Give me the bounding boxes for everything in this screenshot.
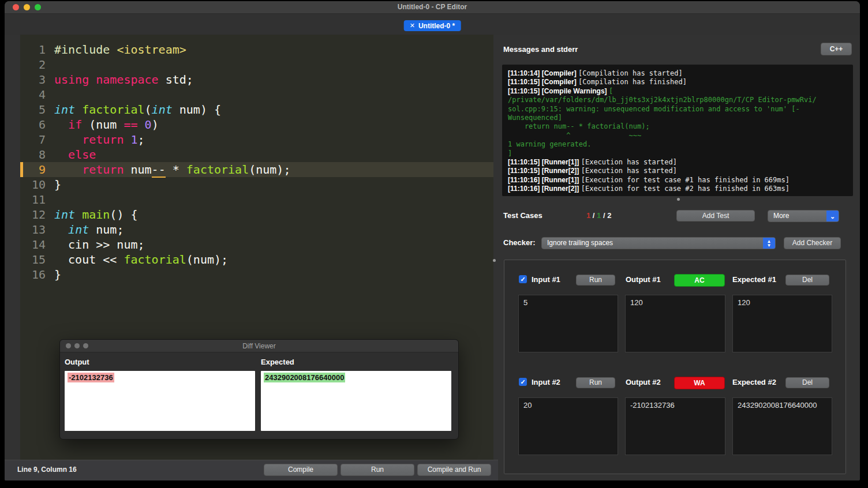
code-token (54, 148, 68, 162)
run-testcase-button[interactable]: Run (576, 275, 615, 286)
code-token: 0 (145, 118, 152, 132)
warning-text: [ (609, 87, 613, 95)
log-message: [Compilation has started] (578, 69, 683, 77)
verdict-badge[interactable]: AC (674, 274, 725, 287)
code-token: return (82, 133, 124, 147)
code-line[interactable]: 10} (20, 177, 493, 192)
code-line[interactable]: 13 int num; (20, 222, 493, 237)
add-test-button[interactable]: Add Test (676, 210, 755, 222)
code-line[interactable]: 3using namespace std; (20, 72, 493, 87)
warning-text: 1 warning generated. (508, 140, 592, 148)
tab-untitled-0[interactable]: ✕ Untitled-0 * (404, 20, 461, 31)
log-prefix: [11:10:16] [Runner[2]] (508, 185, 581, 193)
log-message: [Execution for test case #2 has finished… (581, 185, 790, 193)
code-line[interactable]: 12int main() { (20, 207, 493, 222)
line-number: 8 (20, 147, 46, 162)
delete-testcase-button[interactable]: Del (785, 377, 829, 388)
code-token: int (152, 103, 173, 117)
console-line: Wunsequenced] (508, 114, 847, 122)
language-button[interactable]: C++ (821, 43, 852, 55)
add-checker-button[interactable]: Add Checker (784, 237, 841, 249)
log-prefix: [11:10:14] [Compiler] (508, 69, 578, 77)
testcase-1: ✓Input #1RunOutput #1ACExpected #1Del512… (504, 274, 845, 372)
diff-window-title: Diff Viewer (60, 342, 458, 350)
compile-and-run-button[interactable]: Compile and Run (417, 464, 491, 476)
code-token (54, 163, 82, 177)
tab-bar: ✕ Untitled-0 * (5, 14, 860, 35)
line-number: 5 (20, 102, 46, 117)
delete-testcase-button[interactable]: Del (785, 275, 829, 286)
code-text: cin >> num; (46, 237, 145, 252)
title-bar: Untitled-0 - CP Editor (5, 1, 860, 14)
line-number: 10 (20, 177, 46, 192)
expected-textarea[interactable]: 120 (732, 295, 832, 352)
code-token: <iostream> (117, 43, 186, 57)
code-line[interactable]: 6 if (num == 0) (20, 117, 493, 132)
code-token (54, 223, 68, 237)
input-textarea[interactable]: 5 (518, 295, 618, 352)
log-message: [Execution for test case #1 has finished… (581, 176, 790, 184)
chevron-down-icon: ⌄ (826, 211, 839, 222)
code-text: return num-- * factorial(num); (46, 162, 290, 177)
code-line[interactable]: 11 (20, 192, 493, 207)
expected-textarea[interactable]: 2432902008176640000 (732, 397, 832, 455)
tab-label: Untitled-0 * (418, 22, 455, 30)
line-number: 1 (20, 42, 46, 57)
code-token: num (124, 163, 151, 177)
input-textarea[interactable]: 20 (518, 397, 618, 455)
code-line[interactable]: 4 (20, 87, 493, 102)
console-line: [11:10:14] [Compiler] [Compilation has s… (508, 69, 847, 78)
diff-removed-text: -2102132736 (68, 373, 114, 382)
code-token: else (68, 148, 96, 162)
log-message: [Execution has started] (581, 167, 677, 175)
diff-output-label: Output (65, 358, 89, 366)
output-label: Output #2 (626, 377, 661, 388)
code-line[interactable]: 1#include <iostream> (20, 42, 493, 57)
app-window: Untitled-0 - CP Editor ✕ Untitled-0 * 1#… (5, 1, 860, 481)
code-token: factorial (124, 253, 186, 266)
output-textarea[interactable]: 120 (625, 295, 725, 352)
code-text: } (46, 267, 61, 282)
more-dropdown[interactable]: More ⌄ (768, 210, 839, 222)
code-line[interactable]: 16} (20, 267, 493, 282)
horizontal-splitter-handle[interactable] (677, 198, 680, 201)
line-number: 11 (20, 192, 46, 207)
checker-select[interactable]: Ignore trailing spaces ▲▼ (541, 237, 776, 249)
verdict-badge[interactable]: WA (674, 377, 725, 389)
code-token: 1 (130, 133, 137, 147)
warning-text: return num-- * factorial(num); (508, 122, 650, 130)
code-line[interactable]: 9 return num-- * factorial(num); (20, 162, 493, 177)
code-token (75, 103, 82, 117)
warning-text: ^ ~~~ (508, 132, 641, 140)
diff-expected-pane: 2432902008176640000 (261, 371, 451, 431)
code-line[interactable]: 7 return 1; (20, 132, 493, 147)
code-line[interactable]: 14 cin >> num; (20, 237, 493, 252)
line-number: 15 (20, 252, 46, 267)
code-text: else (46, 147, 96, 162)
code-token: num) { (173, 103, 221, 117)
output-label: Output #1 (626, 274, 661, 286)
vertical-splitter-handle[interactable] (493, 259, 496, 262)
log-message: [Execution has started] (581, 158, 677, 166)
testcase-checkbox[interactable]: ✓ (519, 378, 527, 386)
code-token: factorial (186, 163, 249, 177)
code-line[interactable]: 8 else (20, 147, 493, 162)
code-line[interactable]: 2 (20, 57, 493, 72)
console-line: [11:10:15] [Runner[2]] [Execution has st… (508, 167, 847, 175)
code-token: main (82, 208, 110, 222)
run-button[interactable]: Run (341, 464, 414, 476)
run-testcase-button[interactable]: Run (576, 377, 615, 388)
code-line[interactable]: 5int factorial(int num) { (20, 102, 493, 117)
code-text (46, 87, 54, 102)
code-text: #include <iostream> (46, 42, 186, 57)
output-textarea[interactable]: -2102132736 (625, 397, 725, 455)
status-bar: Line 9, Column 16 Compile Run Compile an… (5, 460, 498, 481)
diff-viewer-window: Diff Viewer Output Expected -2102132736 … (59, 339, 459, 440)
testcase-checkbox[interactable]: ✓ (519, 275, 527, 283)
tab-close-icon[interactable]: ✕ (410, 22, 415, 29)
code-token: std; (159, 73, 193, 87)
console-line: /private/var/folders/dm/lb_jj0ts3xj2k4xt… (508, 96, 847, 104)
compile-button[interactable]: Compile (264, 464, 338, 476)
code-line[interactable]: 15 cout << factorial(num); (20, 252, 493, 267)
cursor-position-label: Line 9, Column 16 (17, 466, 77, 474)
